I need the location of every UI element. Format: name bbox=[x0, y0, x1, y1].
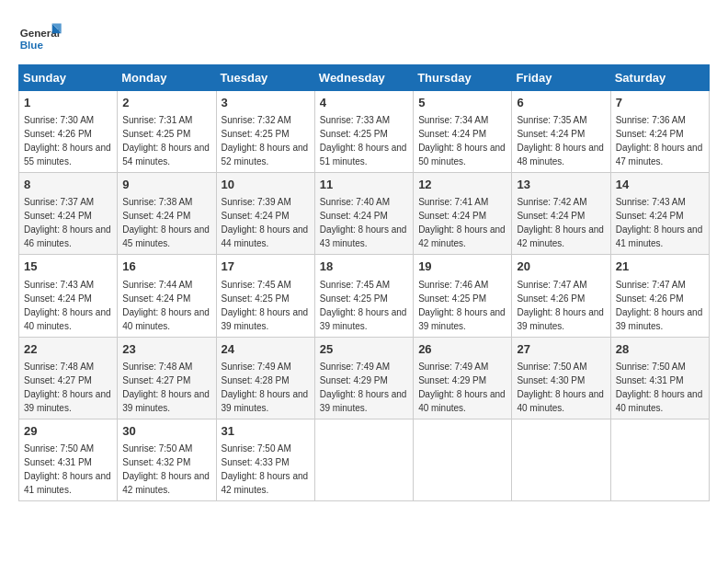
calendar-cell: 13Sunrise: 7:42 AMSunset: 4:24 PMDayligh… bbox=[512, 173, 610, 255]
day-number: 14 bbox=[616, 177, 704, 193]
calendar-cell bbox=[610, 419, 709, 500]
day-number: 12 bbox=[418, 177, 506, 193]
weekday-header-thursday: Thursday bbox=[414, 65, 512, 91]
weekday-header-wednesday: Wednesday bbox=[314, 65, 413, 91]
day-info: Sunrise: 7:48 AMSunset: 4:27 PMDaylight:… bbox=[122, 360, 210, 415]
calendar-cell: 29Sunrise: 7:50 AMSunset: 4:31 PMDayligh… bbox=[19, 419, 118, 500]
calendar-cell: 8Sunrise: 7:37 AMSunset: 4:24 PMDaylight… bbox=[19, 173, 118, 255]
day-number: 13 bbox=[517, 177, 605, 193]
day-number: 1 bbox=[24, 95, 112, 111]
calendar-cell: 12Sunrise: 7:41 AMSunset: 4:24 PMDayligh… bbox=[414, 173, 512, 255]
day-info: Sunrise: 7:49 AMSunset: 4:29 PMDaylight:… bbox=[418, 360, 506, 415]
calendar-cell: 24Sunrise: 7:49 AMSunset: 4:28 PMDayligh… bbox=[216, 337, 314, 419]
day-info: Sunrise: 7:49 AMSunset: 4:28 PMDaylight:… bbox=[222, 360, 310, 415]
calendar-cell: 6Sunrise: 7:35 AMSunset: 4:24 PMDaylight… bbox=[512, 91, 610, 173]
day-number: 3 bbox=[222, 95, 310, 111]
day-info: Sunrise: 7:45 AMSunset: 4:25 PMDaylight:… bbox=[222, 278, 310, 333]
calendar-cell: 31Sunrise: 7:50 AMSunset: 4:33 PMDayligh… bbox=[216, 419, 314, 500]
weekday-header-monday: Monday bbox=[118, 65, 216, 91]
day-info: Sunrise: 7:32 AMSunset: 4:25 PMDaylight:… bbox=[222, 113, 310, 168]
calendar-cell: 14Sunrise: 7:43 AMSunset: 4:24 PMDayligh… bbox=[610, 173, 709, 255]
day-number: 23 bbox=[122, 341, 210, 358]
day-number: 4 bbox=[320, 95, 408, 111]
day-number: 8 bbox=[24, 177, 112, 193]
day-info: Sunrise: 7:46 AMSunset: 4:25 PMDaylight:… bbox=[418, 278, 506, 333]
day-info: Sunrise: 7:47 AMSunset: 4:26 PMDaylight:… bbox=[616, 278, 704, 333]
calendar-week-row: 15Sunrise: 7:43 AMSunset: 4:24 PMDayligh… bbox=[19, 255, 710, 337]
day-info: Sunrise: 7:36 AMSunset: 4:24 PMDaylight:… bbox=[616, 113, 704, 168]
day-info: Sunrise: 7:33 AMSunset: 4:25 PMDaylight:… bbox=[320, 113, 408, 168]
day-info: Sunrise: 7:39 AMSunset: 4:24 PMDaylight:… bbox=[222, 195, 310, 250]
day-number: 25 bbox=[320, 341, 408, 358]
day-number: 24 bbox=[222, 341, 310, 358]
day-info: Sunrise: 7:50 AMSunset: 4:30 PMDaylight:… bbox=[517, 360, 605, 415]
calendar-cell: 26Sunrise: 7:49 AMSunset: 4:29 PMDayligh… bbox=[414, 337, 512, 419]
weekday-header-saturday: Saturday bbox=[610, 65, 709, 91]
weekday-header-friday: Friday bbox=[512, 65, 610, 91]
calendar-cell bbox=[314, 419, 413, 500]
day-info: Sunrise: 7:43 AMSunset: 4:24 PMDaylight:… bbox=[24, 278, 112, 333]
calendar-cell: 4Sunrise: 7:33 AMSunset: 4:25 PMDaylight… bbox=[314, 91, 413, 173]
calendar-cell: 25Sunrise: 7:49 AMSunset: 4:29 PMDayligh… bbox=[314, 337, 413, 419]
day-number: 10 bbox=[222, 177, 310, 193]
day-number: 20 bbox=[517, 259, 605, 275]
day-number: 22 bbox=[24, 341, 112, 358]
day-number: 27 bbox=[517, 341, 605, 358]
day-number: 26 bbox=[418, 341, 506, 358]
logo: General Blue bbox=[18, 18, 64, 55]
calendar-cell: 16Sunrise: 7:44 AMSunset: 4:24 PMDayligh… bbox=[118, 255, 216, 337]
day-info: Sunrise: 7:49 AMSunset: 4:29 PMDaylight:… bbox=[320, 360, 408, 415]
day-info: Sunrise: 7:43 AMSunset: 4:24 PMDaylight:… bbox=[616, 195, 704, 250]
day-info: Sunrise: 7:35 AMSunset: 4:24 PMDaylight:… bbox=[517, 113, 605, 168]
day-number: 5 bbox=[418, 95, 506, 111]
calendar-cell: 5Sunrise: 7:34 AMSunset: 4:24 PMDaylight… bbox=[414, 91, 512, 173]
day-info: Sunrise: 7:47 AMSunset: 4:26 PMDaylight:… bbox=[517, 278, 605, 333]
day-info: Sunrise: 7:34 AMSunset: 4:24 PMDaylight:… bbox=[418, 113, 506, 168]
day-number: 30 bbox=[122, 423, 210, 440]
day-number: 28 bbox=[616, 341, 704, 358]
weekday-header-tuesday: Tuesday bbox=[216, 65, 314, 91]
calendar-cell: 1Sunrise: 7:30 AMSunset: 4:26 PMDaylight… bbox=[19, 91, 118, 173]
calendar-week-row: 29Sunrise: 7:50 AMSunset: 4:31 PMDayligh… bbox=[19, 419, 710, 500]
day-info: Sunrise: 7:31 AMSunset: 4:25 PMDaylight:… bbox=[122, 113, 210, 168]
calendar-cell: 20Sunrise: 7:47 AMSunset: 4:26 PMDayligh… bbox=[512, 255, 610, 337]
calendar-cell bbox=[512, 419, 610, 500]
day-info: Sunrise: 7:50 AMSunset: 4:31 PMDaylight:… bbox=[24, 442, 112, 497]
day-number: 21 bbox=[616, 259, 704, 275]
day-number: 11 bbox=[320, 177, 408, 193]
calendar-cell: 23Sunrise: 7:48 AMSunset: 4:27 PMDayligh… bbox=[118, 337, 216, 419]
calendar-cell: 10Sunrise: 7:39 AMSunset: 4:24 PMDayligh… bbox=[216, 173, 314, 255]
day-info: Sunrise: 7:41 AMSunset: 4:24 PMDaylight:… bbox=[418, 195, 506, 250]
day-info: Sunrise: 7:50 AMSunset: 4:31 PMDaylight:… bbox=[616, 360, 704, 415]
day-info: Sunrise: 7:50 AMSunset: 4:33 PMDaylight:… bbox=[222, 442, 310, 497]
calendar-cell: 30Sunrise: 7:50 AMSunset: 4:32 PMDayligh… bbox=[118, 419, 216, 500]
calendar-week-row: 22Sunrise: 7:48 AMSunset: 4:27 PMDayligh… bbox=[19, 337, 710, 419]
calendar-cell: 3Sunrise: 7:32 AMSunset: 4:25 PMDaylight… bbox=[216, 91, 314, 173]
day-info: Sunrise: 7:45 AMSunset: 4:25 PMDaylight:… bbox=[320, 278, 408, 333]
calendar-table: SundayMondayTuesdayWednesdayThursdayFrid… bbox=[18, 64, 710, 501]
day-number: 15 bbox=[24, 259, 112, 275]
calendar-cell: 27Sunrise: 7:50 AMSunset: 4:30 PMDayligh… bbox=[512, 337, 610, 419]
day-number: 9 bbox=[122, 177, 210, 193]
day-number: 18 bbox=[320, 259, 408, 275]
page-header: General Blue bbox=[18, 18, 710, 55]
calendar-week-row: 8Sunrise: 7:37 AMSunset: 4:24 PMDaylight… bbox=[19, 173, 710, 255]
calendar-cell: 17Sunrise: 7:45 AMSunset: 4:25 PMDayligh… bbox=[216, 255, 314, 337]
svg-text:Blue: Blue bbox=[20, 39, 44, 51]
day-number: 2 bbox=[122, 95, 210, 111]
day-info: Sunrise: 7:50 AMSunset: 4:32 PMDaylight:… bbox=[122, 442, 210, 497]
calendar-cell: 21Sunrise: 7:47 AMSunset: 4:26 PMDayligh… bbox=[610, 255, 709, 337]
day-number: 19 bbox=[418, 259, 506, 275]
day-info: Sunrise: 7:42 AMSunset: 4:24 PMDaylight:… bbox=[517, 195, 605, 250]
day-info: Sunrise: 7:44 AMSunset: 4:24 PMDaylight:… bbox=[122, 278, 210, 333]
calendar-cell: 22Sunrise: 7:48 AMSunset: 4:27 PMDayligh… bbox=[19, 337, 118, 419]
weekday-header-sunday: Sunday bbox=[19, 65, 118, 91]
calendar-cell: 7Sunrise: 7:36 AMSunset: 4:24 PMDaylight… bbox=[610, 91, 709, 173]
calendar-cell: 11Sunrise: 7:40 AMSunset: 4:24 PMDayligh… bbox=[314, 173, 413, 255]
calendar-cell: 28Sunrise: 7:50 AMSunset: 4:31 PMDayligh… bbox=[610, 337, 709, 419]
day-info: Sunrise: 7:48 AMSunset: 4:27 PMDaylight:… bbox=[24, 360, 112, 415]
day-number: 17 bbox=[222, 259, 310, 275]
day-info: Sunrise: 7:40 AMSunset: 4:24 PMDaylight:… bbox=[320, 195, 408, 250]
calendar-week-row: 1Sunrise: 7:30 AMSunset: 4:26 PMDaylight… bbox=[19, 91, 710, 173]
day-info: Sunrise: 7:38 AMSunset: 4:24 PMDaylight:… bbox=[122, 195, 210, 250]
